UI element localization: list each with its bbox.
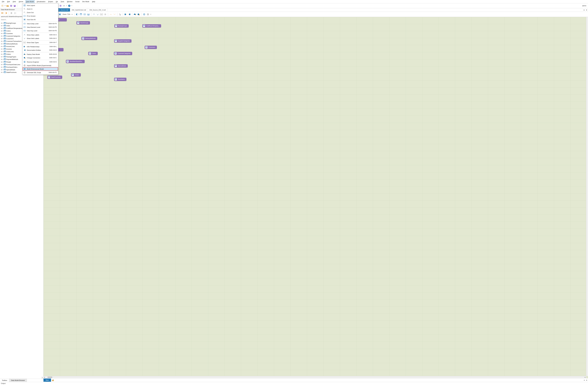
entity-box[interactable]: DeliveryMethods	[81, 37, 97, 40]
menu-item-denormalize-entities[interactable]: Denormalize EntitiesShift+Alt+D	[23, 48, 58, 52]
entity-box[interactable]: Customers	[145, 46, 157, 49]
scroll-down-icon[interactable]: ▾	[42, 377, 43, 378]
expand-icon[interactable]: ⊞	[1, 56, 2, 58]
entity-box[interactable]: ColdRoomTempera...	[142, 24, 161, 27]
menu-item-change-connection[interactable]: Change ConnectionShift+Alt+C	[23, 56, 58, 60]
tab-main[interactable]: Main	[43, 379, 51, 382]
horizontal-scrollbar[interactable]: ◄ ►	[43, 376, 586, 378]
menu-help[interactable]: Help	[91, 0, 96, 3]
menu-item-infer-relationships[interactable]: Infer RelationshipsShift+Alt+L	[23, 45, 58, 48]
menu-item-generate-ddl-script[interactable]: Generate DDL ScriptShift+Alt+F2	[23, 71, 58, 74]
open-folder-icon[interactable]	[6, 4, 9, 7]
expand-icon[interactable]: ⊞	[1, 59, 2, 60]
menu-item-fit-to-screen[interactable]: Fit to Screen	[23, 14, 58, 18]
rel-v-icon[interactable]: V	[96, 13, 99, 16]
menu-item-zoom-in[interactable]: Zoom In	[23, 7, 58, 11]
browser-list1-icon[interactable]	[10, 12, 13, 15]
expand-icon[interactable]: ⊞	[1, 27, 2, 29]
tab-data-model-browser[interactable]: Data Model Browser	[9, 379, 27, 382]
gear-gray-icon[interactable]	[147, 13, 149, 16]
play-icon[interactable]	[63, 4, 66, 7]
doc-tab[interactable]: DW_SaleNOrder.mdl	[70, 8, 88, 12]
menu-virtualization[interactable]: Virtualization	[36, 0, 46, 3]
nav-left-icon[interactable]: ◄	[583, 379, 586, 381]
rel-line1-icon[interactable]	[109, 13, 112, 16]
menu-edit[interactable]: Edit	[6, 0, 10, 3]
menu-item-show-alias-labels[interactable]: AShow Alias LabelsShift+Alt+A	[23, 33, 58, 37]
tab-toolbox[interactable]: Toolbox	[0, 379, 9, 382]
expand-icon[interactable]: ⊞	[1, 35, 2, 37]
menu-item-view-element-level[interactable]: View Element LevelShift+Alt+F5	[23, 25, 58, 29]
menu-item-build-dimensional-model[interactable]: Build Dimensional Model	[23, 67, 58, 71]
menu-file[interactable]: File	[1, 0, 5, 3]
expand-icon[interactable]: ⊞	[1, 71, 2, 73]
db-icon[interactable]	[59, 4, 62, 7]
expand-icon[interactable]: ⊞	[1, 64, 2, 65]
entity-box[interactable]: StockGroups	[76, 21, 90, 24]
entity-box[interactable]: Orders	[71, 73, 81, 76]
entity-box[interactable]: BuyingGroups	[114, 24, 129, 27]
menu-item-view-key-level[interactable]: View Key LevelShift+Alt+F6	[23, 29, 58, 32]
chevron-down-icon[interactable]: ▼	[4, 5, 6, 6]
chevron-down-icon[interactable]: ▼	[66, 5, 67, 6]
menu-item-show-data-types[interactable]: AbcShow Data TypesShift+Alt+T	[23, 41, 58, 44]
menu-item-reverse-engineer[interactable]: Reverse EngineerShift+Alt+E	[23, 60, 58, 64]
show-hide-icon[interactable]	[104, 13, 107, 16]
menu-data-model[interactable]: Data Model	[25, 0, 35, 3]
expand-icon[interactable]: ⊞	[1, 66, 2, 68]
import-icon[interactable]	[124, 13, 127, 16]
chevron-down-icon[interactable]: ▼	[71, 5, 72, 6]
menu-item-deploy-data-model[interactable]: Deploy Data ModelShift+Alt+M	[23, 52, 58, 56]
save-all-icon[interactable]	[13, 4, 16, 7]
rel-line2-icon[interactable]	[113, 13, 116, 16]
panel-grid-icon[interactable]	[83, 13, 86, 16]
vertical-scrollbar[interactable]	[586, 17, 588, 376]
expand-icon[interactable]: ⊞	[1, 33, 2, 34]
cursor-icon[interactable]	[119, 13, 122, 16]
gear-blue-icon[interactable]	[143, 13, 146, 16]
rel-a-icon[interactable]: A	[92, 13, 96, 16]
browser-view1-icon[interactable]	[1, 12, 4, 15]
expand-icon[interactable]: ⊞	[1, 46, 2, 47]
menu-tools[interactable]: Tools	[60, 0, 65, 3]
save-icon[interactable]	[10, 4, 13, 7]
menu-social[interactable]: Social	[75, 0, 80, 3]
entity-box[interactable]: Colors	[88, 52, 98, 55]
expand-icon[interactable]: ⊞	[1, 51, 2, 52]
deploy-cloud-icon[interactable]	[133, 13, 136, 16]
menu-window[interactable]: Window	[66, 0, 73, 3]
browser-list2-icon[interactable]	[14, 12, 17, 15]
menu-git[interactable]: Git	[55, 0, 59, 3]
add-view-icon[interactable]	[52, 379, 54, 382]
menu-item-auto-size-all[interactable]: Auto-Size All	[23, 18, 58, 21]
entity-box[interactable]: StockItemStockGro...	[66, 60, 85, 63]
expand-icon[interactable]: ⊞	[1, 43, 2, 45]
entity-box[interactable]: CustomerCategories	[114, 52, 132, 55]
menu-item-auto-layout[interactable]: Auto Layout	[23, 4, 58, 7]
expand-icon[interactable]: ⊞	[1, 38, 2, 39]
fit-icon[interactable]	[58, 13, 61, 16]
scrollbar-thumb[interactable]	[47, 377, 52, 378]
expand-icon[interactable]: ⊞	[1, 41, 2, 42]
db-action-icon[interactable]	[137, 13, 140, 16]
expand-icon[interactable]: ⊞	[1, 53, 2, 55]
nav-right-icon[interactable]: ►	[586, 379, 588, 381]
menu-item-view-entity-level[interactable]: View Entity LevelShift+Alt+F4	[23, 22, 58, 25]
menu-project[interactable]: Project	[47, 0, 54, 3]
dropdown-icon[interactable]: ▾	[583, 9, 585, 11]
entity-box[interactable]: SupplierCategories	[114, 39, 131, 43]
menu-item-show-verb-labels[interactable]: VShow Verb LabelsShift+Alt+V	[23, 37, 58, 40]
menu-view[interactable]: View	[12, 0, 17, 3]
zoom-dropdown-icon[interactable]: ▼	[71, 14, 73, 15]
expand-icon[interactable]: ⊞	[1, 69, 2, 70]
entity-box[interactable]: SpecialDeals	[114, 64, 128, 68]
menu-dev-mode[interactable]: Dev Mode	[82, 0, 90, 3]
entity-box[interactable]: StateProvinces	[47, 76, 62, 79]
menu-item-import-erwin-model-experimental-[interactable]: Import ERWin Model (Experimental)	[23, 64, 58, 67]
toolbar-switch-icon[interactable]	[1, 4, 4, 7]
expand-icon[interactable]: ⊞	[1, 30, 2, 32]
expand-icon[interactable]: ⊞	[1, 22, 2, 24]
doc-tab[interactable]: DW_Source_DW_3.mdl	[88, 8, 107, 12]
expand-icon[interactable]: ⊞	[1, 25, 2, 26]
doc-tab[interactable]: W_Source.mdl	[57, 8, 70, 12]
